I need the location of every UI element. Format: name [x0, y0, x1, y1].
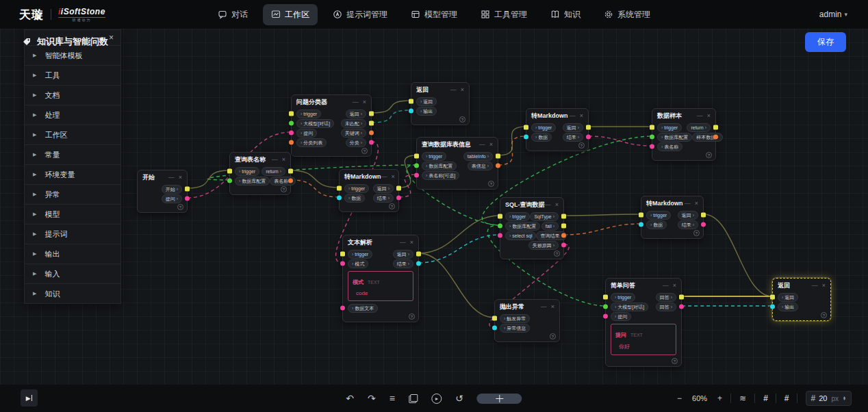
output-port[interactable]: 失败原因 › — [528, 241, 559, 250]
port-dot[interactable] — [498, 224, 502, 229]
port-dot[interactable] — [770, 295, 775, 300]
port-dot[interactable] — [288, 169, 293, 174]
port-dot[interactable] — [396, 186, 401, 191]
output-port[interactable]: 结果 › — [678, 220, 698, 229]
input-port[interactable]: › 触发异常 — [500, 314, 530, 323]
node-parse[interactable]: 文本解析—×› trigger返回 ›› 模式结果 ›模式TEXTcode› 数… — [342, 235, 419, 322]
input-port[interactable]: › 数据库配置 — [505, 222, 540, 231]
output-port[interactable]: 分类 › — [346, 138, 366, 147]
port-dot[interactable] — [561, 233, 566, 238]
port-dot[interactable] — [185, 196, 190, 201]
port-dot[interactable] — [340, 252, 345, 257]
output-port[interactable]: 返回 › — [563, 123, 583, 132]
port-dot[interactable] — [340, 261, 345, 266]
node-close-button[interactable]: × — [410, 239, 413, 246]
port-dot[interactable] — [369, 112, 374, 116]
sidebar-item-工作区[interactable]: ▶工作区 — [25, 125, 120, 144]
node-minimize-button[interactable]: — — [400, 239, 406, 246]
node-info-icon[interactable]: ? — [488, 181, 494, 187]
port-dot[interactable] — [414, 154, 419, 159]
port-dot[interactable] — [524, 125, 528, 130]
port-dot[interactable] — [416, 252, 421, 257]
node-info-icon[interactable]: ? — [693, 230, 700, 236]
pan-button[interactable] — [477, 394, 522, 404]
port-dot[interactable] — [289, 131, 294, 136]
port-dot[interactable] — [337, 186, 342, 191]
node-minimize-button[interactable]: — — [697, 112, 703, 119]
sidebar-item-输出[interactable]: ▶输出 — [25, 244, 120, 263]
node-info-icon[interactable]: ? — [361, 148, 368, 154]
input-port[interactable]: › 输出 — [416, 107, 437, 116]
nav-item-对话[interactable]: 对话 — [209, 4, 256, 25]
port-dot[interactable] — [498, 214, 502, 219]
input-port[interactable]: › 数据 — [344, 194, 365, 203]
port-dot[interactable] — [227, 179, 232, 183]
port-dot[interactable] — [713, 125, 718, 130]
port-dot[interactable] — [409, 109, 413, 114]
output-port[interactable]: 返回 › — [373, 184, 394, 193]
output-port[interactable]: 未匹配 › — [341, 119, 366, 128]
port-dot[interactable] — [586, 135, 591, 140]
output-port[interactable]: return › — [687, 123, 711, 132]
output-port[interactable]: 结果 › — [373, 194, 394, 203]
node-close-button[interactable]: × — [673, 282, 676, 289]
node-minimize-button[interactable]: — — [663, 282, 669, 289]
node-close-button[interactable]: × — [363, 99, 366, 105]
sidebar-item-输入[interactable]: ▶输入 — [25, 263, 120, 283]
node-close-button[interactable]: × — [580, 112, 583, 119]
node-md3[interactable]: 转Markdown—×› trigger返回 ›› 数据结果 ›? — [641, 196, 704, 239]
node-close-button[interactable]: × — [555, 201, 559, 208]
node-minimize-button[interactable]: — — [541, 303, 547, 310]
port-dot[interactable] — [414, 173, 419, 178]
grid-toggle-icon[interactable]: # — [763, 394, 767, 403]
port-dot[interactable] — [496, 154, 500, 159]
input-port[interactable]: › trigger — [611, 293, 635, 302]
node-minimize-button[interactable]: — — [812, 282, 818, 289]
node-minimize-button[interactable]: — — [685, 200, 691, 207]
history-icon[interactable]: ↺ — [455, 393, 463, 404]
port-dot[interactable] — [414, 164, 419, 168]
port-dot[interactable] — [650, 125, 654, 130]
run-icon[interactable]: ▸ — [431, 394, 442, 404]
output-port[interactable]: 回答 › — [656, 293, 676, 302]
input-port[interactable]: › 提问 — [296, 129, 317, 138]
node-close-button[interactable]: × — [282, 156, 285, 163]
node-minimize-button[interactable]: — — [450, 86, 457, 93]
node-minimize-button[interactable]: — — [381, 173, 387, 180]
node-throw[interactable]: 抛出异常—×› 触发异常› 异常信息? — [494, 299, 560, 342]
input-port[interactable]: › 提问 — [611, 312, 631, 321]
port-dot[interactable] — [679, 305, 684, 309]
input-port[interactable]: › 异常信息 — [500, 324, 530, 333]
port-dot[interactable] — [369, 140, 374, 145]
user-menu[interactable]: admin ▾ — [819, 10, 847, 19]
node-info-icon[interactable]: ? — [672, 358, 678, 364]
sidebar-item-工具[interactable]: ▶工具 — [25, 65, 120, 85]
nav-item-提示词管理[interactable]: 提示词管理 — [324, 4, 396, 25]
output-port[interactable]: 提问 › — [162, 194, 182, 203]
port-dot[interactable] — [701, 222, 706, 227]
node-qa[interactable]: 简单问答—×› trigger回答 ›› 大模型[对话]回答 ›› 提问提问TE… — [605, 278, 682, 367]
node-field[interactable]: 提问TEXT你好 — [611, 324, 676, 355]
sidebar-item-异常[interactable]: ▶异常 — [25, 184, 120, 204]
port-dot[interactable] — [492, 316, 497, 321]
port-dot[interactable] — [337, 196, 342, 201]
nav-item-模型管理[interactable]: 模型管理 — [403, 4, 465, 25]
input-port[interactable]: › trigger — [344, 184, 369, 193]
port-dot[interactable] — [498, 233, 502, 238]
input-port[interactable]: › select sql — [505, 231, 536, 240]
input-port[interactable]: › 返回 — [416, 97, 437, 106]
snap-grid-icon[interactable]: # — [784, 394, 789, 403]
port-dot[interactable] — [603, 314, 608, 319]
nav-item-工具管理[interactable]: 工具管理 — [472, 4, 535, 25]
layers-icon[interactable]: ≋ — [739, 394, 746, 403]
port-dot[interactable] — [701, 213, 706, 218]
port-dot[interactable] — [639, 222, 643, 227]
node-return-right[interactable]: 返回—×› 返回› 输出? — [772, 278, 831, 321]
node-field[interactable]: 模式TEXTcode — [348, 271, 413, 301]
port-dot[interactable] — [289, 112, 294, 116]
node-close-button[interactable]: × — [707, 112, 711, 119]
port-dot[interactable] — [524, 135, 528, 140]
sidebar-item-提示词[interactable]: ▶提示词 — [25, 224, 120, 244]
port-dot[interactable] — [496, 164, 500, 168]
output-port[interactable]: 结果 › — [563, 133, 583, 142]
